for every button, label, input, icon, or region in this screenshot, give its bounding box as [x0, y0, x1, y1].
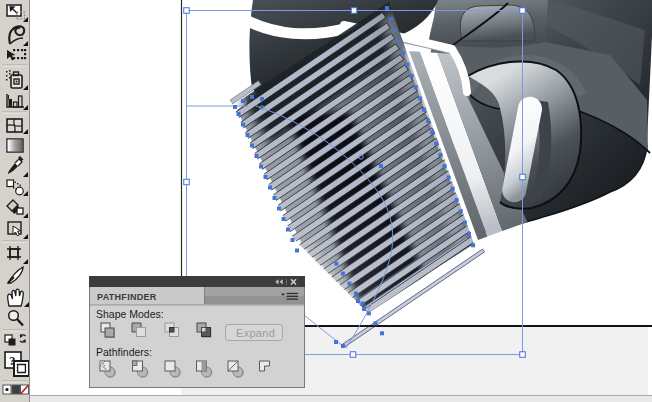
svg-text:PATHFINDER: PATHFINDER: [97, 292, 157, 302]
svg-text:Pathfinders:: Pathfinders:: [96, 346, 152, 358]
svg-text:Shape Modes:: Shape Modes:: [96, 308, 164, 320]
svg-text:Expand: Expand: [236, 327, 275, 339]
